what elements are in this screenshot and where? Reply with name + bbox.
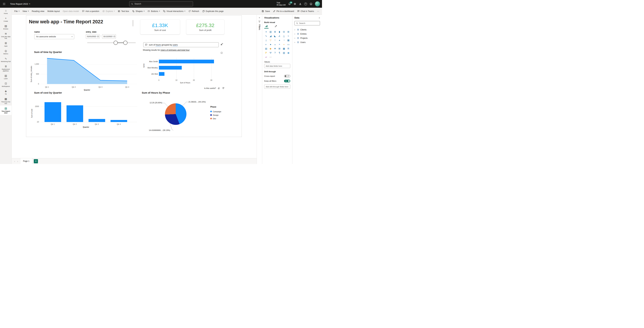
viz-waterfall-chart-icon[interactable]: ⊥ bbox=[264, 39, 268, 42]
drill-through-field-well[interactable]: Add drill-through fields here bbox=[264, 84, 290, 89]
help-button[interactable]: ? bbox=[304, 2, 307, 6]
viz-stacked-bar-chart-icon[interactable]: ≡ bbox=[264, 30, 268, 33]
qna-interpreted-term[interactable]: Users of entrisees and total hour bbox=[160, 49, 190, 51]
bar-bob-westley[interactable] bbox=[159, 66, 182, 70]
page-tab-page-1[interactable]: Page 1 bbox=[20, 158, 32, 164]
toolbar-reading-view[interactable]: Reading view bbox=[30, 9, 46, 14]
viz-treemap-icon[interactable]: ▦ bbox=[286, 39, 290, 42]
viz-power-apps-icon[interactable]: ▱ bbox=[264, 56, 268, 58]
column-qtr-4[interactable] bbox=[110, 120, 127, 122]
data-table-clients[interactable]: ›Clients bbox=[294, 28, 320, 32]
date-slider-handle-end[interactable] bbox=[123, 41, 128, 45]
notifications-button[interactable]: 19 bbox=[288, 2, 291, 6]
viz-ribbon-chart-icon[interactable]: ≈ bbox=[286, 34, 290, 37]
sidebar-item-workspaces[interactable]: ⊡Workspaces bbox=[0, 81, 12, 88]
legend-item-dev[interactable]: Dev bbox=[210, 117, 221, 120]
thumb-down-icon[interactable] bbox=[222, 87, 224, 90]
textbox-scrollbar[interactable] bbox=[132, 20, 133, 26]
app-launcher-icon[interactable] bbox=[0, 0, 8, 8]
viz-line-and-stacked-column-chart-icon[interactable]: ∠ bbox=[278, 34, 282, 37]
viz-area-chart-icon[interactable]: ◢ bbox=[269, 34, 272, 37]
toolbar-view-menu[interactable]: View▾ bbox=[21, 9, 30, 14]
date-range-slider-track[interactable] bbox=[87, 42, 136, 43]
viz-funnel-chart-icon[interactable]: ▽ bbox=[269, 39, 272, 42]
toolbar-mobile-layout[interactable]: Mobile layout bbox=[46, 9, 61, 14]
column-qtr-2[interactable] bbox=[66, 105, 83, 122]
pie[interactable] bbox=[165, 103, 186, 125]
viz-clustered-column-chart-icon[interactable]: ▮ bbox=[278, 30, 282, 33]
feedback-button[interactable] bbox=[310, 2, 312, 6]
viz-multi-row-card-icon[interactable]: ▤ bbox=[264, 47, 268, 50]
data-search-input[interactable] bbox=[299, 22, 318, 24]
viz-decomposition-tree-icon[interactable]: Ψ bbox=[269, 52, 272, 54]
collapse-data-pane-icon[interactable]: » bbox=[319, 16, 320, 19]
viz-more-visuals-icon[interactable]: ⋯ bbox=[269, 56, 272, 58]
filter-funnel-icon[interactable] bbox=[258, 20, 261, 23]
next-page-arrow[interactable]: › bbox=[16, 160, 19, 163]
sidebar-item-browse[interactable]: ▤Browse bbox=[0, 23, 12, 31]
toolbar-chat-in-teams[interactable]: Chat in Teams bbox=[296, 9, 316, 14]
column-qtr-3[interactable] bbox=[88, 119, 105, 122]
date-end-input[interactable]: 31/12/2022 bbox=[102, 34, 116, 39]
viz-qna-visual-icon[interactable]: ? bbox=[273, 52, 277, 54]
sidebar-item-monitoring-hub[interactable]: ∿Monitoring hub bbox=[0, 56, 12, 64]
date-start-input[interactable]: 01/01/2022 bbox=[86, 34, 100, 39]
viz-slicer-icon[interactable]: ▼ bbox=[273, 47, 277, 50]
name-slicer-dropdown[interactable]: An awesome website ▾ bbox=[34, 34, 74, 39]
filters-pane-label[interactable]: Filters bbox=[258, 24, 261, 30]
bar-jim-bob[interactable] bbox=[159, 72, 164, 76]
sidebar-item-home[interactable]: ⌂Home bbox=[0, 8, 12, 16]
previous-page-arrow[interactable]: ‹ bbox=[13, 160, 16, 163]
bar-alex-smith[interactable] bbox=[159, 60, 214, 63]
qna-question-input[interactable]: sum of hours grouped by users bbox=[143, 42, 219, 47]
area-plot[interactable] bbox=[40, 57, 138, 85]
sidebar-item-learn[interactable]: ▥Learn bbox=[0, 73, 12, 81]
search-input[interactable] bbox=[134, 3, 191, 5]
tab-format-visual[interactable] bbox=[274, 25, 278, 28]
global-search[interactable] bbox=[129, 1, 193, 6]
toolbar-pin-to-a-dashboard[interactable]: Pin to a dashboard bbox=[272, 9, 296, 14]
info-icon[interactable] bbox=[220, 52, 223, 55]
date-slider-handle-start[interactable] bbox=[114, 41, 118, 45]
viz-arcgis-map-icon[interactable]: ◉ bbox=[286, 52, 290, 54]
tab-build-visual[interactable] bbox=[264, 25, 268, 28]
report-title-menu[interactable]: Time Report 2022 ▾ bbox=[10, 3, 30, 5]
avatar[interactable] bbox=[315, 1, 320, 6]
values-field-well[interactable]: Add data fields here bbox=[264, 64, 290, 68]
toolbar-ask-a-question[interactable]: Ask a question bbox=[80, 9, 101, 14]
sidebar-item-te[interactable]: ◈TE bbox=[0, 88, 12, 96]
data-table-entries[interactable]: ›Entries bbox=[294, 32, 320, 36]
card-sum-of-profit[interactable]: £275.32 Sum of profit bbox=[186, 19, 224, 34]
viz-100-stacked-column-chart-icon[interactable]: ⊞ bbox=[286, 30, 290, 33]
viz-pie-chart-icon[interactable]: ◕ bbox=[278, 39, 282, 42]
viz-table-icon[interactable]: ⊠ bbox=[278, 47, 282, 50]
toolbar-more-options[interactable]: ⋯ bbox=[316, 9, 321, 14]
thumb-up-icon[interactable] bbox=[218, 87, 220, 90]
viz-100-stacked-bar-chart-icon[interactable]: ⊟ bbox=[282, 30, 286, 33]
viz-kpi-icon[interactable]: ◆ bbox=[269, 47, 272, 50]
sidebar-item-create[interactable]: +Create bbox=[0, 16, 12, 23]
column-qtr-1[interactable] bbox=[44, 102, 61, 122]
viz-azure-map-icon[interactable]: ◓ bbox=[278, 43, 282, 46]
toolbar-shapes[interactable]: Shapes▾ bbox=[130, 9, 146, 14]
legend-item-campaign[interactable]: Campaign bbox=[210, 110, 221, 113]
viz-line-chart-icon[interactable]: ∿ bbox=[264, 34, 268, 37]
viz-map-icon[interactable]: ◐ bbox=[264, 43, 268, 46]
viz-python-visual-icon[interactable]: P bbox=[264, 52, 268, 54]
card-sum-of-cost[interactable]: £1.33K Sum of cost bbox=[140, 19, 180, 34]
keep-all-filters-toggle[interactable]: On bbox=[284, 80, 290, 82]
toolbar-file-menu[interactable]: File▾ bbox=[13, 9, 21, 14]
toolbar-refresh[interactable]: Refresh bbox=[187, 9, 201, 14]
settings-button[interactable] bbox=[294, 2, 296, 6]
viz-smart-narrative-icon[interactable]: ¶ bbox=[278, 52, 282, 54]
download-button[interactable] bbox=[299, 2, 302, 6]
data-table-users[interactable]: ›Users bbox=[294, 40, 320, 44]
viz-matrix-icon[interactable]: ▩ bbox=[282, 47, 286, 50]
expand-filters-icon[interactable]: « bbox=[259, 16, 260, 19]
toolbar-save[interactable]: Save bbox=[260, 9, 272, 14]
legend-item-design[interactable]: Design bbox=[210, 113, 221, 117]
viz-card-icon[interactable]: ▭ bbox=[286, 43, 290, 46]
data-table-projects[interactable]: ›Projects bbox=[294, 36, 320, 40]
cross-report-toggle[interactable]: Off bbox=[284, 75, 290, 78]
viz-stacked-column-chart-icon[interactable]: ▥ bbox=[269, 30, 272, 33]
